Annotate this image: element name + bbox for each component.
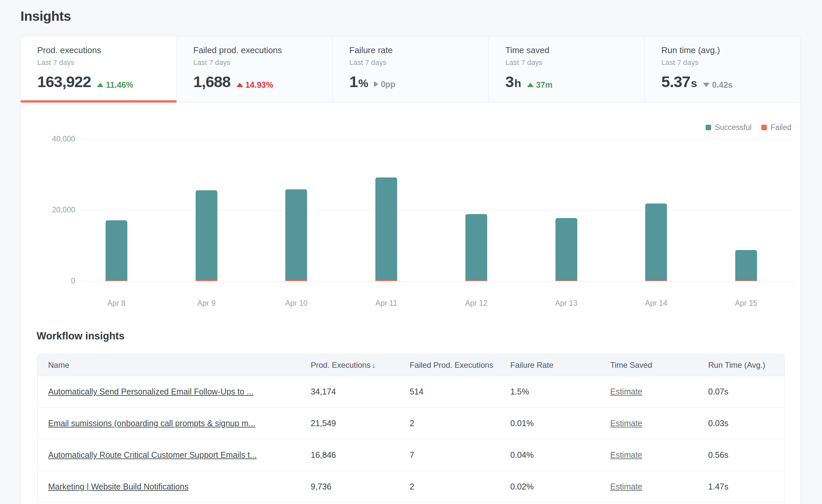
bar-failed-segment <box>285 280 307 281</box>
stat-card-unit: s <box>691 77 697 90</box>
table-row: Automatically Send Personalized Email Fo… <box>38 376 784 408</box>
bar-successful-segment <box>105 220 127 281</box>
failure-rate-cell: 0.02% <box>510 482 610 491</box>
workflow-name-cell: Automatically Send Personalized Email Fo… <box>38 387 311 397</box>
stat-card-label: Failure rate <box>349 45 488 55</box>
stat-card-value: 3 <box>505 73 514 91</box>
workflow-name-link[interactable]: Automatically Route Critical Customer Su… <box>48 450 257 460</box>
stat-card-value: 5.37 <box>661 73 690 91</box>
column-header-label: Failure Rate <box>510 361 553 370</box>
failed-executions-cell: 7 <box>410 450 510 460</box>
stat-card-label: Time saved <box>505 45 645 55</box>
stat-card[interactable]: Prod. executionsLast 7 days163,92211.46% <box>21 36 177 103</box>
workflow-name-cell: Automatically Route Critical Customer Su… <box>38 450 311 460</box>
stat-card-period: Last 7 days <box>193 58 333 67</box>
failed-executions-cell: 514 <box>410 387 510 397</box>
stat-card-label: Run time (avg.) <box>661 45 801 55</box>
delta-text: 0.42s <box>712 80 733 90</box>
table-row: Automatically Route Critical Customer Su… <box>38 439 784 471</box>
stat-card[interactable]: Failure rateLast 7 days1%0pp <box>333 36 489 103</box>
bar-successful-segment <box>195 190 218 280</box>
bar-successful-segment <box>465 214 487 281</box>
column-header-failed-prod-executions[interactable]: Failed Prod. Executions <box>410 361 510 370</box>
workflow-name-link[interactable]: Email sumissions (onboarding call prompt… <box>48 419 255 428</box>
x-axis-tick-label: Apr 8 <box>83 299 149 308</box>
workflow-name-link[interactable]: Marketing | Website Build Notifications <box>48 482 189 491</box>
failure-rate-cell: 0.04% <box>510 450 610 460</box>
estimate-link[interactable]: Estimate <box>610 450 642 460</box>
selected-card-indicator <box>21 100 176 103</box>
time-saved-cell: Estimate <box>610 450 708 460</box>
x-axis-tick-label: Apr 12 <box>443 299 509 308</box>
stat-card[interactable]: Run time (avg.)Last 7 days5.37s0.42s <box>645 36 801 103</box>
delta-up-icon <box>527 83 534 87</box>
stat-card-delta: 14.93% <box>237 80 274 90</box>
bar-successful-segment <box>555 218 577 281</box>
prod-executions-cell: 9,736 <box>311 482 410 491</box>
table-header-row: NameProd. Executions↓Failed Prod. Execut… <box>38 354 784 376</box>
bar-failed-segment <box>195 280 218 281</box>
column-header-time-saved[interactable]: Time Saved <box>610 361 708 370</box>
stat-cards: Prod. executionsLast 7 days163,92211.46%… <box>21 36 801 103</box>
stat-card-value: 163,922 <box>37 73 91 91</box>
estimate-link[interactable]: Estimate <box>610 419 642 428</box>
stat-card-value-row: 1%0pp <box>349 73 488 91</box>
legend-swatch <box>761 125 767 130</box>
failed-executions-cell: 2 <box>410 419 510 428</box>
time-saved-cell: Estimate <box>610 387 708 397</box>
stat-card-value: 1,688 <box>193 73 231 91</box>
stat-card-period: Last 7 days <box>349 58 488 67</box>
stat-card-label: Failed prod. executions <box>193 45 333 55</box>
column-header-label: Prod. Executions <box>311 361 370 370</box>
prod-executions-cell: 16,846 <box>311 450 410 460</box>
bar-failed-segment <box>105 281 127 281</box>
stat-card-delta: 37m <box>527 80 552 90</box>
column-header-label: Run Time (Avg.) <box>708 361 765 370</box>
x-axis-tick-label: Apr 11 <box>353 299 419 308</box>
bar-successful-segment <box>285 189 307 280</box>
y-axis-tick-label: 40,000 <box>21 134 75 143</box>
delta-up-icon <box>237 83 243 87</box>
column-header-label: Failed Prod. Executions <box>410 361 493 370</box>
prod-executions-cell: 34,174 <box>311 387 410 397</box>
column-header-prod-executions[interactable]: Prod. Executions↓ <box>311 361 410 370</box>
bar-successful-segment <box>645 203 667 281</box>
bar-failed-segment <box>555 281 577 281</box>
table-row-partial <box>38 503 784 504</box>
failure-rate-cell: 1.5% <box>510 387 610 397</box>
sort-desc-icon: ↓ <box>372 361 376 370</box>
gridline <box>81 281 794 282</box>
time-saved-cell: Estimate <box>610 419 708 428</box>
estimate-link[interactable]: Estimate <box>610 387 642 396</box>
executions-chart: 020,00040,000 Apr 8Apr 9Apr 10Apr 11Apr … <box>21 103 801 319</box>
stat-card[interactable]: Time savedLast 7 days3h37m <box>489 36 645 103</box>
stat-card-delta: 0.42s <box>703 80 733 90</box>
stat-card-value-row: 163,92211.46% <box>37 73 176 91</box>
failed-executions-cell: 2 <box>410 482 510 491</box>
estimate-link[interactable]: Estimate <box>610 482 642 491</box>
column-header-run-time-avg-[interactable]: Run Time (Avg.) <box>708 361 784 370</box>
table-row: Marketing | Website Build Notifications9… <box>38 471 784 503</box>
prod-executions-cell: 21,549 <box>311 419 410 428</box>
delta-text: 0pp <box>381 79 395 89</box>
delta-down-icon <box>703 83 710 87</box>
x-axis-tick-label: Apr 15 <box>713 299 779 308</box>
workflow-insights-heading: Workflow insights <box>37 330 124 342</box>
x-axis-tick-label: Apr 13 <box>533 299 599 308</box>
workflow-table: NameProd. Executions↓Failed Prod. Execut… <box>37 354 785 504</box>
legend-item-successful[interactable]: Successful <box>706 123 751 132</box>
column-header-name[interactable]: Name <box>38 361 311 370</box>
column-header-failure-rate[interactable]: Failure Rate <box>510 361 610 370</box>
workflow-name-link[interactable]: Automatically Send Personalized Email Fo… <box>48 387 254 396</box>
failure-rate-cell: 0.01% <box>510 419 610 428</box>
stat-card-period: Last 7 days <box>505 58 645 67</box>
stat-card[interactable]: Failed prod. executionsLast 7 days1,6881… <box>177 36 333 103</box>
time-saved-cell: Estimate <box>610 482 708 491</box>
legend-swatch <box>706 125 711 130</box>
column-header-label: Time Saved <box>610 361 652 370</box>
stat-card-value-row: 3h37m <box>505 73 645 91</box>
legend-label: Failed <box>771 123 791 132</box>
y-axis-tick-label: 0 <box>21 277 75 285</box>
legend-item-failed[interactable]: Failed <box>761 123 791 132</box>
run-time-cell: 0.03s <box>708 419 784 428</box>
